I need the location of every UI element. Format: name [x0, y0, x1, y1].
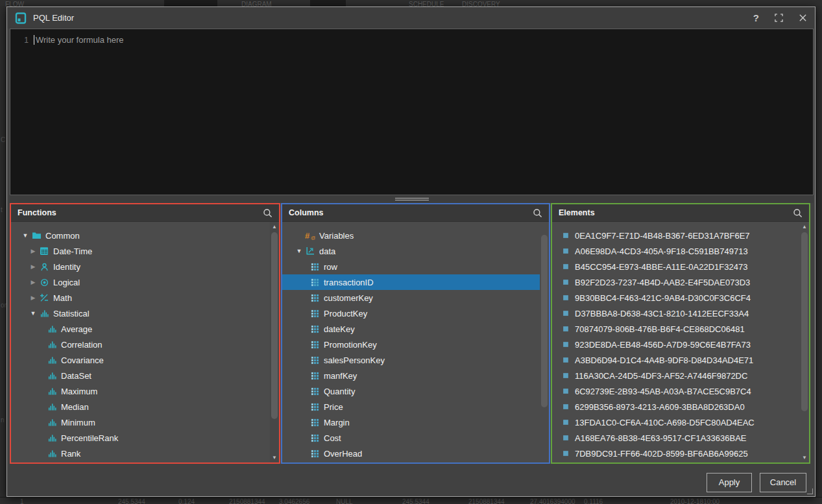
background-tab-label: FLOW [5, 1, 24, 6]
tree-item-manfkey[interactable]: manfKey [282, 368, 549, 383]
square-icon [560, 433, 572, 443]
tree-item-cost[interactable]: Cost [282, 430, 549, 446]
tree-item-salespersonkey[interactable]: salesPersonKey [282, 352, 549, 368]
background-left-label: n [1, 416, 5, 424]
expander-down-icon[interactable]: ▼ [20, 232, 30, 239]
svg-text:@: @ [311, 235, 315, 240]
list-item[interactable]: 9B30BBC4-F463-421C-9AB4-D30C0F3C6CF4 [552, 290, 809, 306]
expander-right-icon[interactable]: ▶ [28, 294, 38, 301]
tree-item-date-time[interactable]: ▶Date-Time [11, 243, 279, 259]
background-cell-value: 3.0462656 [279, 498, 309, 504]
list-item[interactable]: 0EA1C9F7-E71D-4B48-B367-6ED31A7BF6E7 [552, 228, 809, 243]
background-tab [164, 0, 217, 6]
item-label: B45CC954-E973-4BBE-A11E-0A22D1F32473 [575, 262, 747, 272]
scrollbar-thumb[interactable] [541, 235, 548, 407]
item-label: Maximum [61, 387, 97, 396]
tree-item-transactionid[interactable]: transactionID [282, 274, 540, 290]
list-item[interactable]: D37BBBA8-D638-43C1-8210-1412EECF33A4 [552, 306, 809, 321]
scroll-up-icon[interactable]: ▲ [270, 224, 279, 230]
search-icon[interactable] [533, 208, 542, 218]
tree-item-rank[interactable]: Rank [11, 446, 279, 461]
tree-item-variables[interactable]: #@Variables [282, 228, 549, 243]
tree-item-covariance[interactable]: Covariance [11, 352, 279, 368]
item-label: 6C92739E-2B93-45AB-A03A-B7ACE5C9B7C4 [575, 387, 751, 396]
tree-item-logical[interactable]: ▶Logical [11, 274, 279, 290]
pql-logo-icon [15, 12, 27, 25]
tree-item-quantity[interactable]: Quantity [282, 383, 549, 399]
dialog-titlebar[interactable]: PQL Editor ? [7, 7, 815, 29]
list-item[interactable]: B45CC954-E973-4BBE-A11E-0A22D1F32473 [552, 259, 809, 274]
item-label: Price [324, 402, 343, 412]
column-grid-icon [309, 418, 320, 427]
scroll-down-icon[interactable]: ▼ [270, 455, 279, 461]
list-item[interactable]: B92F2D23-7237-4B4D-AAB2-E4F5DAE073D3 [552, 274, 809, 290]
person-icon [38, 262, 50, 272]
list-item[interactable]: 6C92739E-2B93-45AB-A03A-B7ACE5C9B7C4 [552, 383, 809, 399]
tree-item-dataset[interactable]: DataSet [11, 368, 279, 383]
item-label: OverHead [324, 449, 362, 459]
list-item[interactable]: 7DB9DC91-FF66-402D-8599-BF6AB6A99625 [552, 446, 809, 461]
column-grid-icon [309, 433, 320, 443]
functions-tree: ▼Common▶Date-Time▶Identity▶Logical▶Math▼… [11, 222, 279, 462]
editor-splitter[interactable] [10, 195, 814, 203]
square-icon [560, 355, 572, 365]
tree-item-median[interactable]: Median [11, 399, 279, 414]
item-label: A06E98DA-4CD3-405A-9F18-C591BB749713 [575, 246, 748, 256]
expander-right-icon[interactable]: ▶ [28, 263, 38, 270]
elements-scrollbar[interactable]: ▲ ▼ [800, 222, 809, 462]
list-item[interactable]: 13FDA1C0-CF6A-410C-A698-D5FC80AD4EAC [552, 414, 809, 430]
tree-item-minimum[interactable]: Minimum [11, 414, 279, 430]
columns-scrollbar[interactable] [540, 222, 549, 462]
tree-item-price[interactable]: Price [282, 399, 549, 414]
list-item[interactable]: 70874079-806B-476B-B6F4-CE868DC06481 [552, 321, 809, 337]
tree-item-margin[interactable]: Margin [282, 414, 549, 430]
item-label: 923DE8DA-EB48-456D-A7D9-59C6E4B7FA73 [575, 340, 751, 350]
scroll-up-icon[interactable]: ▲ [800, 224, 809, 230]
formula-editor[interactable]: 1 Write your formula here [10, 29, 814, 195]
tree-item-promotionkey[interactable]: PromotionKey [282, 337, 549, 352]
list-item[interactable]: A06E98DA-4CD3-405A-9F18-C591BB749713 [552, 243, 809, 259]
expander-right-icon[interactable]: ▶ [28, 279, 38, 285]
tree-item-percentilerank[interactable]: PercentileRank [11, 430, 279, 446]
list-item[interactable]: A3BD6D94-D1C4-4A4B-9DF8-D84D34AD4E71 [552, 352, 809, 368]
maximize-button[interactable] [775, 14, 783, 22]
background-cell-value: 27.4016394000 [530, 498, 575, 504]
resize-grip[interactable] [807, 488, 813, 494]
tree-item-statistical[interactable]: ▼Statistical [11, 306, 279, 321]
tree-item-customerkey[interactable]: customerKey [282, 290, 549, 306]
tree-item-productkey[interactable]: ProductKey [282, 306, 549, 321]
tree-item-math[interactable]: ▶Math [11, 290, 279, 306]
list-item[interactable]: 6299B356-8973-4213-A609-3BBA8D263DA0 [552, 399, 809, 414]
search-icon[interactable] [793, 208, 803, 218]
tree-item-datekey[interactable]: dateKey [282, 321, 549, 337]
apply-button[interactable]: Apply [707, 473, 752, 492]
tree-item-row[interactable]: row [282, 259, 549, 274]
item-label: Common [45, 231, 80, 241]
panel-title: Elements [559, 208, 793, 217]
scroll-down-icon[interactable]: ▼ [800, 455, 809, 461]
list-item[interactable]: A168EA76-8B38-4E63-9517-CF1A33636BAE [552, 430, 809, 446]
tree-item-overhead[interactable]: OverHead [282, 446, 549, 461]
splitter-grip [395, 200, 429, 200]
scrollbar-thumb[interactable] [801, 232, 808, 411]
item-label: B92F2D23-7237-4B4D-AAB2-E4F5DAE073D3 [575, 278, 750, 287]
help-button[interactable]: ? [753, 12, 759, 23]
expander-right-icon[interactable]: ▶ [28, 248, 38, 254]
tree-item-correlation[interactable]: Correlation [11, 337, 279, 352]
tree-item-maximum[interactable]: Maximum [11, 383, 279, 399]
scrollbar-thumb[interactable] [271, 232, 278, 419]
tree-item-common[interactable]: ▼Common [11, 228, 279, 243]
search-icon[interactable] [263, 208, 272, 218]
column-grid-icon [309, 449, 320, 459]
tree-item-average[interactable]: Average [11, 321, 279, 337]
tree-item-data[interactable]: ▼data [282, 243, 549, 259]
expander-down-icon[interactable]: ▼ [28, 310, 38, 317]
functions-scrollbar[interactable]: ▲ ▼ [270, 222, 279, 462]
cancel-button[interactable]: Cancel [760, 473, 806, 492]
tree-item-identity[interactable]: ▶Identity [11, 259, 279, 274]
expander-down-icon[interactable]: ▼ [294, 248, 304, 254]
close-button[interactable] [799, 14, 807, 22]
dialog-title: PQL Editor [33, 13, 74, 23]
list-item[interactable]: 116A30CA-24D5-4DF3-AF52-A7446F9872DC [552, 368, 809, 383]
list-item[interactable]: 923DE8DA-EB48-456D-A7D9-59C6E4B7FA73 [552, 337, 809, 352]
